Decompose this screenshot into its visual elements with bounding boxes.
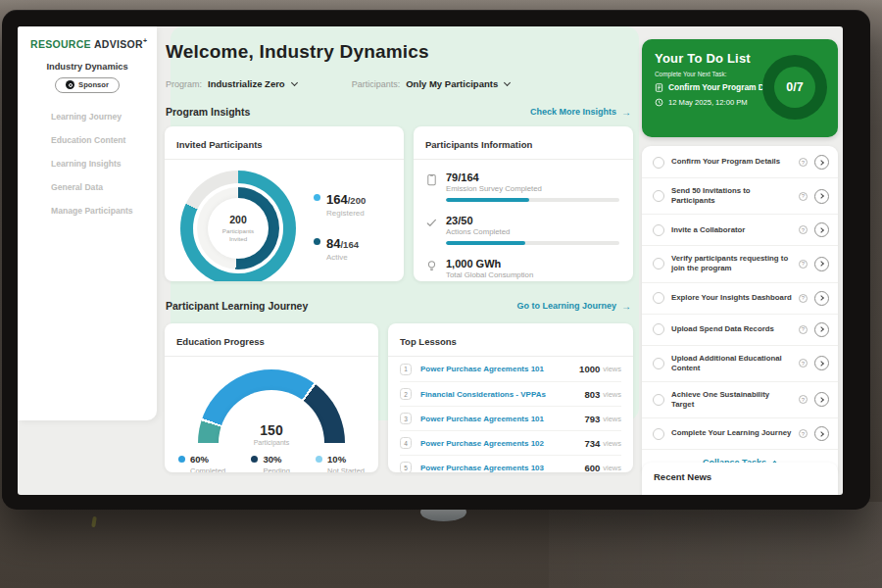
task-row-upload-educational-content[interactable]: Upload Additional Educational Content: [642, 345, 838, 381]
link-label: Check More Insights: [530, 107, 616, 117]
task-row-invite-collaborator[interactable]: Invite a Collaborator: [642, 214, 838, 245]
legend-label: Registered: [326, 209, 366, 218]
task-row-achieve-sustainability-target[interactable]: Achieve One Sustainability Target: [642, 381, 838, 417]
help-icon[interactable]: [799, 325, 808, 334]
sidebar-item-label: General Data: [51, 182, 103, 192]
program-filter-dropdown[interactable]: Program: Industrialize Zero: [166, 78, 297, 89]
task-checkbox[interactable]: [653, 224, 664, 236]
todo-summary-card: Your To Do List Complete Your Next Task:…: [642, 39, 838, 137]
lesson-title-link[interactable]: Power Purchase Agreements 101: [420, 365, 579, 373]
task-row-send-invitations[interactable]: Send 50 Invitations to Participants: [642, 177, 838, 214]
chevron-right-button[interactable]: [814, 189, 829, 204]
sidebar-item-manage-participants[interactable]: Manage Participants: [18, 199, 157, 222]
chevron-right-button[interactable]: [814, 392, 829, 407]
lesson-title-link[interactable]: Power Purchase Agreements 102: [420, 439, 584, 448]
program-insights-header: Program Insights Check More Insights →: [166, 106, 631, 118]
sidebar-item-general-data[interactable]: General Data: [18, 175, 157, 199]
chevron-right-icon: [818, 227, 824, 233]
arrow-right-icon: →: [621, 301, 631, 312]
chevron-right-button[interactable]: [814, 257, 829, 271]
todo-due-date: 12 May 2025, 12:00 PM: [668, 98, 748, 107]
progress-bar-fill: [446, 241, 525, 245]
stat-label: Total Global Consumption: [446, 270, 619, 279]
help-icon[interactable]: [799, 225, 808, 234]
task-checkbox[interactable]: [653, 292, 664, 304]
check-more-insights-link[interactable]: Check More Insights →: [530, 107, 631, 118]
education-progress-card: Education Progress 150 Participants 60% …: [165, 323, 378, 472]
chevron-right-icon: [818, 160, 824, 166]
top-lessons-card: Top Lessons 1 Power Purchase Agreements …: [388, 323, 633, 472]
stat-value: 23/50: [446, 215, 619, 226]
lesson-views: 793: [584, 414, 600, 424]
gauge-legend: 60% Completed 30% Pending 10% Not Starte…: [165, 443, 378, 472]
card-title: Invited Participants: [176, 139, 263, 150]
chevron-right-button[interactable]: [814, 356, 829, 370]
chevron-right-button[interactable]: [814, 426, 829, 441]
task-checkbox[interactable]: [653, 428, 664, 440]
help-icon[interactable]: [799, 158, 808, 167]
help-icon[interactable]: [799, 192, 808, 201]
task-checkbox[interactable]: [653, 258, 664, 270]
sidebar-item-learning-journey[interactable]: Learning Journey: [18, 105, 157, 128]
task-label: Complete Your Learning Journey: [671, 428, 792, 438]
stat-value: 79/164: [446, 172, 619, 183]
chevron-right-button[interactable]: [814, 155, 829, 170]
help-icon[interactable]: [799, 294, 808, 303]
help-icon[interactable]: [799, 395, 808, 404]
participants-filter-value: Only My Participants: [406, 78, 498, 89]
sponsor-icon: [66, 80, 74, 89]
donut-legend: 164/200 Registered 84/164 Active: [314, 190, 366, 281]
learning-journey-header: Participant Learning Journey Go to Learn…: [166, 300, 631, 312]
recent-news-card: Recent News: [642, 463, 838, 495]
chevron-right-button[interactable]: [814, 291, 829, 306]
legend-item-not-started: 10% Not Started: [316, 454, 365, 472]
legend-pct: 10%: [327, 454, 346, 465]
legend-label: Pending: [263, 466, 290, 472]
task-label: Upload Additional Educational Content: [671, 354, 792, 373]
task-checkbox[interactable]: [653, 394, 664, 406]
main-content: Welcome, Industry Dynamics Program: Indu…: [165, 26, 633, 495]
org-name: Industry Dynamics: [18, 62, 157, 72]
chevron-down-icon: [504, 78, 511, 85]
task-row-upload-spend-data[interactable]: Upload Spend Data Records: [642, 314, 838, 345]
go-to-learning-journey-link[interactable]: Go to Learning Journey →: [516, 301, 631, 312]
education-progress-gauge: 150 Participants: [198, 369, 345, 443]
lesson-views: 734: [584, 438, 600, 449]
lesson-title-link[interactable]: Power Purchase Agreements 101: [420, 415, 584, 423]
lesson-title-link[interactable]: Financial Considerations - VPPAs: [420, 390, 584, 399]
progress-bar-fill: [446, 198, 529, 202]
task-row-explore-insights[interactable]: Explore Your Insights Dashboard: [642, 282, 838, 314]
lightbulb-icon: [425, 260, 438, 272]
sidebar-item-education-content[interactable]: Education Content: [18, 128, 157, 152]
gauge-center-value: 150: [198, 422, 345, 438]
lesson-row: 1 Power Purchase Agreements 101 1000 vie…: [400, 357, 621, 381]
sidebar: RESOURCEADVISOR+ Industry Dynamics Spons…: [18, 26, 157, 420]
chevron-right-button[interactable]: [814, 322, 829, 337]
lesson-title-link[interactable]: Power Purchase Agreements 103: [420, 464, 584, 472]
lesson-row: 3 Power Purchase Agreements 101 793 view…: [400, 406, 621, 430]
task-checkbox[interactable]: [653, 190, 664, 202]
participants-filter-dropdown[interactable]: Participants: Only My Participants: [352, 78, 511, 89]
chevron-right-button[interactable]: [814, 222, 829, 237]
card-title: Top Lessons: [400, 336, 457, 347]
legend-item-active: 84/164 Active: [314, 234, 366, 262]
survey-clipboard-icon: [425, 173, 438, 186]
help-icon[interactable]: [799, 260, 808, 269]
help-icon[interactable]: [799, 359, 808, 368]
task-row-complete-learning-journey[interactable]: Complete Your Learning Journey: [642, 417, 838, 449]
task-checkbox[interactable]: [653, 323, 664, 335]
logo-text-advisor: ADVISOR: [94, 38, 143, 50]
task-row-verify-participants[interactable]: Verify participants requesting to join t…: [642, 245, 838, 281]
lesson-views-suffix: views: [603, 390, 621, 399]
task-label: Confirm Your Program Details: [671, 157, 792, 167]
help-icon[interactable]: [799, 429, 808, 438]
task-label: Invite a Collaborator: [671, 225, 792, 235]
task-checkbox[interactable]: [653, 358, 664, 369]
lesson-views-suffix: views: [603, 464, 621, 472]
task-checkbox[interactable]: [653, 157, 664, 169]
task-row-confirm-program[interactable]: Confirm Your Program Details: [642, 147, 838, 177]
legend-label: Completed: [190, 466, 225, 472]
logo-text-resource: RESOURCE: [30, 38, 91, 50]
chevron-right-icon: [818, 262, 824, 268]
sidebar-item-learning-insights[interactable]: Learning Insights: [18, 152, 157, 175]
